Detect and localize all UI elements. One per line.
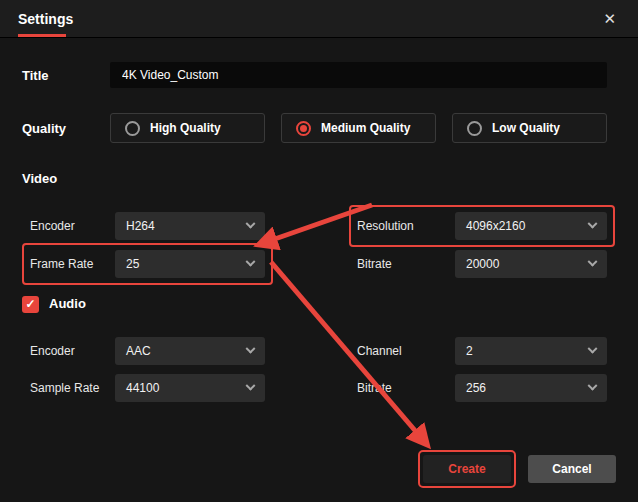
audio-bitrate-label: Bitrate <box>357 381 455 395</box>
sample-rate-field: Sample Rate 44100 <box>30 374 265 402</box>
create-button[interactable]: Create <box>423 455 511 483</box>
radio-selected-icon <box>296 121 311 136</box>
radio-icon <box>467 121 482 136</box>
close-icon[interactable]: ✕ <box>599 7 620 30</box>
chevron-down-icon <box>588 380 598 390</box>
video-bitrate-value: 20000 <box>466 257 499 271</box>
chevron-down-icon <box>588 256 598 266</box>
title-field-label: Title <box>22 68 110 83</box>
channel-label: Channel <box>357 344 455 358</box>
dialog-title: Settings <box>18 11 73 27</box>
quality-row: Quality High Quality Medium Quality Low … <box>0 113 638 143</box>
video-encoder-value: H264 <box>126 219 155 233</box>
quality-label: Quality <box>22 121 110 136</box>
resolution-select[interactable]: 4096x2160 <box>455 212 607 240</box>
resolution-label: Resolution <box>357 219 455 233</box>
title-field-row: Title <box>0 62 638 88</box>
audio-section-row: ✓ Audio <box>0 295 638 313</box>
audio-encoder-label: Encoder <box>30 344 115 358</box>
title-input[interactable] <box>110 62 607 88</box>
create-button-highlight: Create <box>418 450 516 488</box>
audio-encoder-value: AAC <box>126 344 151 358</box>
sample-rate-label: Sample Rate <box>30 381 115 395</box>
chevron-down-icon <box>246 343 256 353</box>
chevron-down-icon <box>588 218 598 228</box>
radio-medium-quality[interactable]: Medium Quality <box>281 113 436 143</box>
video-encoder-field: Encoder H264 <box>30 212 265 240</box>
audio-encoder-field: Encoder AAC <box>30 337 265 365</box>
video-encoder-select[interactable]: H264 <box>115 212 265 240</box>
chevron-down-icon <box>246 380 256 390</box>
resolution-field-highlighted: Resolution 4096x2160 <box>349 205 615 247</box>
channel-field: Channel 2 <box>357 337 607 365</box>
video-bitrate-field: Bitrate 20000 <box>357 250 607 278</box>
radio-low-quality[interactable]: Low Quality <box>452 113 607 143</box>
frame-rate-select[interactable]: 25 <box>115 250 265 278</box>
chevron-down-icon <box>246 218 256 228</box>
audio-row-2: Sample Rate 44100 Bitrate 256 <box>0 374 638 402</box>
resolution-value: 4096x2160 <box>466 219 525 233</box>
radio-icon <box>125 121 140 136</box>
channel-select[interactable]: 2 <box>455 337 607 365</box>
audio-section-label: Audio <box>49 296 86 312</box>
audio-row-1: Encoder AAC Channel 2 <box>0 337 638 365</box>
quality-options: High Quality Medium Quality Low Quality <box>110 113 607 143</box>
radio-label: High Quality <box>150 121 221 135</box>
audio-checkbox[interactable]: ✓ <box>22 296 39 313</box>
radio-high-quality[interactable]: High Quality <box>110 113 265 143</box>
footer-actions: Create Cancel <box>418 450 616 488</box>
video-bitrate-select[interactable]: 20000 <box>455 250 607 278</box>
audio-encoder-select[interactable]: AAC <box>115 337 265 365</box>
video-section-label: Video <box>0 171 638 187</box>
chevron-down-icon <box>588 343 598 353</box>
audio-bitrate-select[interactable]: 256 <box>455 374 607 402</box>
check-icon: ✓ <box>25 297 35 311</box>
frame-rate-label: Frame Rate <box>30 257 115 271</box>
title-accent-underline <box>18 34 66 37</box>
cancel-button[interactable]: Cancel <box>528 455 616 483</box>
video-encoder-label: Encoder <box>30 219 115 233</box>
frame-rate-field-highlighted: Frame Rate 25 <box>22 243 273 285</box>
video-row-1: Encoder H264 Resolution 4096x2160 <box>0 212 638 240</box>
titlebar: Settings ✕ <box>0 0 638 38</box>
channel-value: 2 <box>466 344 473 358</box>
video-bitrate-label: Bitrate <box>357 257 455 271</box>
settings-dialog: Settings ✕ Title Quality High Quality Me… <box>0 0 638 502</box>
video-row-2: Frame Rate 25 Bitrate 20000 <box>0 250 638 278</box>
sample-rate-value: 44100 <box>126 381 159 395</box>
radio-label: Medium Quality <box>321 121 410 135</box>
audio-bitrate-field: Bitrate 256 <box>357 374 607 402</box>
audio-bitrate-value: 256 <box>466 381 486 395</box>
radio-label: Low Quality <box>492 121 560 135</box>
frame-rate-value: 25 <box>126 257 139 271</box>
chevron-down-icon <box>246 256 256 266</box>
sample-rate-select[interactable]: 44100 <box>115 374 265 402</box>
